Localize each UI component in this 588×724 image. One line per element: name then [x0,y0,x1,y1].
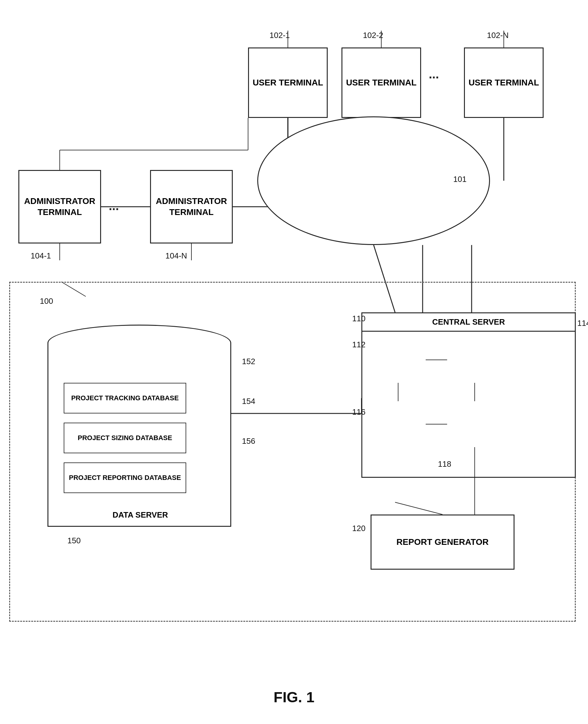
user-terminal-1: USER TERMINAL [248,47,328,118]
ref-118: 118 [438,460,451,469]
ref-116: 116 [352,407,365,417]
ellipsis-2: ... [109,199,119,213]
central-server-label: CENTRAL SERVER [362,313,575,332]
user-terminal-2-label: USER TERMINAL [346,77,417,88]
ref-101: 101 [453,175,466,184]
db-reporting: PROJECT REPORTING DATABASE [64,463,186,493]
admin-terminal-1-label: ADMINISTRATORTERMINAL [24,196,95,218]
report-generator-box: REPORT GENERATOR [371,514,514,570]
ref-102-n: 102-N [487,30,509,40]
db-tracking-label: PROJECT TRACKING DATABASE [71,394,178,403]
db-sizing-label: PROJECT SIZING DATABASE [78,434,172,443]
ref-154: 154 [242,397,255,406]
db-sizing: PROJECT SIZING DATABASE [64,423,186,453]
db-reporting-label: PROJECT REPORTING DATABASE [69,473,181,482]
user-terminal-n-label: USER TERMINAL [468,77,539,88]
ref-104-n: 104-N [165,251,187,261]
ref-150: 150 [67,536,81,546]
ref-120: 120 [352,524,365,533]
data-server-label: DATA SERVER [48,510,232,520]
user-terminal-2: USER TERMINAL [341,47,421,118]
ref-102-1: 102-1 [270,30,290,40]
admin-terminal-1: ADMINISTRATORTERMINAL [18,170,101,243]
admin-terminal-n-label: ADMINISTRATORTERMINAL [156,196,227,218]
db-tracking: PROJECT TRACKING DATABASE [64,383,186,413]
ref-152: 152 [242,357,255,366]
admin-terminal-n: ADMINISTRATORTERMINAL [150,170,233,243]
ref-102-2: 102-2 [363,30,383,40]
report-generator-label: REPORT GENERATOR [397,537,489,548]
server-outer-box: CENTRAL SERVER CPU RAM ROM I/F [361,312,576,478]
ref-110: 110 [352,314,365,323]
data-server-container: PROJECT TRACKING DATABASE PROJECT SIZING… [47,325,231,539]
user-terminal-n: USER TERMINAL [464,47,544,118]
ellipsis-1: ... [429,67,439,81]
ref-114: 114 [577,319,588,328]
ref-100: 100 [40,296,53,306]
ref-112: 112 [352,340,365,349]
diagram: USER TERMINAL 102-1 USER TERMINAL 102-2 … [0,0,588,724]
ref-104-1: 104-1 [30,251,51,261]
user-terminal-1-label: USER TERMINAL [253,77,323,88]
ref-156: 156 [242,436,255,446]
cylinder-body: PROJECT TRACKING DATABASE PROJECT SIZING… [47,343,231,527]
figure-caption: FIG. 1 [273,689,314,706]
